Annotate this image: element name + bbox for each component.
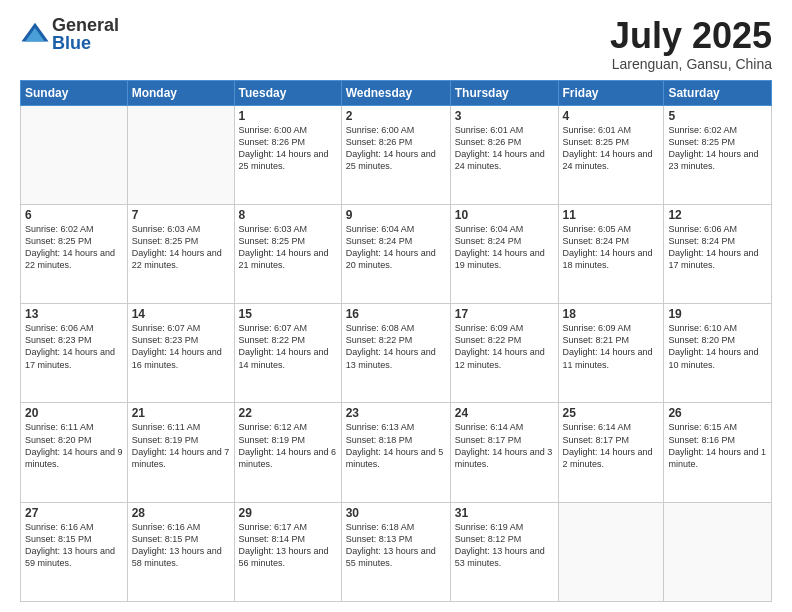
day-number: 14	[132, 307, 230, 321]
day-number: 11	[563, 208, 660, 222]
day-number: 16	[346, 307, 446, 321]
calendar-table: Sunday Monday Tuesday Wednesday Thursday…	[20, 80, 772, 602]
day-info: Sunrise: 6:09 AM Sunset: 8:21 PM Dayligh…	[563, 322, 660, 371]
cell-w3-d0: 20Sunrise: 6:11 AM Sunset: 8:20 PM Dayli…	[21, 403, 128, 502]
cell-w0-d3: 2Sunrise: 6:00 AM Sunset: 8:26 PM Daylig…	[341, 105, 450, 204]
week-row-1: 1Sunrise: 6:00 AM Sunset: 8:26 PM Daylig…	[21, 105, 772, 204]
day-number: 21	[132, 406, 230, 420]
cell-w4-d3: 30Sunrise: 6:18 AM Sunset: 8:13 PM Dayli…	[341, 502, 450, 601]
cell-w4-d0: 27Sunrise: 6:16 AM Sunset: 8:15 PM Dayli…	[21, 502, 128, 601]
day-number: 3	[455, 109, 554, 123]
day-info: Sunrise: 6:09 AM Sunset: 8:22 PM Dayligh…	[455, 322, 554, 371]
day-number: 8	[239, 208, 337, 222]
cell-w2-d1: 14Sunrise: 6:07 AM Sunset: 8:23 PM Dayli…	[127, 304, 234, 403]
day-number: 17	[455, 307, 554, 321]
cell-w0-d2: 1Sunrise: 6:00 AM Sunset: 8:26 PM Daylig…	[234, 105, 341, 204]
day-number: 9	[346, 208, 446, 222]
cell-w3-d2: 22Sunrise: 6:12 AM Sunset: 8:19 PM Dayli…	[234, 403, 341, 502]
day-info: Sunrise: 6:15 AM Sunset: 8:16 PM Dayligh…	[668, 421, 767, 470]
logo-text: General Blue	[52, 16, 119, 52]
day-number: 12	[668, 208, 767, 222]
header: General Blue July 2025 Larenguan, Gansu,…	[20, 16, 772, 72]
day-number: 29	[239, 506, 337, 520]
day-number: 18	[563, 307, 660, 321]
col-thursday: Thursday	[450, 80, 558, 105]
day-number: 5	[668, 109, 767, 123]
day-info: Sunrise: 6:02 AM Sunset: 8:25 PM Dayligh…	[668, 124, 767, 173]
cell-w2-d3: 16Sunrise: 6:08 AM Sunset: 8:22 PM Dayli…	[341, 304, 450, 403]
day-number: 22	[239, 406, 337, 420]
day-number: 28	[132, 506, 230, 520]
cell-w3-d6: 26Sunrise: 6:15 AM Sunset: 8:16 PM Dayli…	[664, 403, 772, 502]
week-row-4: 20Sunrise: 6:11 AM Sunset: 8:20 PM Dayli…	[21, 403, 772, 502]
day-info: Sunrise: 6:19 AM Sunset: 8:12 PM Dayligh…	[455, 521, 554, 570]
day-number: 19	[668, 307, 767, 321]
cell-w3-d4: 24Sunrise: 6:14 AM Sunset: 8:17 PM Dayli…	[450, 403, 558, 502]
day-info: Sunrise: 6:18 AM Sunset: 8:13 PM Dayligh…	[346, 521, 446, 570]
day-info: Sunrise: 6:01 AM Sunset: 8:25 PM Dayligh…	[563, 124, 660, 173]
logo-blue: Blue	[52, 34, 119, 52]
day-number: 25	[563, 406, 660, 420]
day-number: 27	[25, 506, 123, 520]
cell-w1-d4: 10Sunrise: 6:04 AM Sunset: 8:24 PM Dayli…	[450, 204, 558, 303]
day-info: Sunrise: 6:00 AM Sunset: 8:26 PM Dayligh…	[239, 124, 337, 173]
cell-w0-d1	[127, 105, 234, 204]
col-sunday: Sunday	[21, 80, 128, 105]
day-info: Sunrise: 6:05 AM Sunset: 8:24 PM Dayligh…	[563, 223, 660, 272]
day-info: Sunrise: 6:04 AM Sunset: 8:24 PM Dayligh…	[346, 223, 446, 272]
day-info: Sunrise: 6:06 AM Sunset: 8:23 PM Dayligh…	[25, 322, 123, 371]
day-number: 10	[455, 208, 554, 222]
cell-w4-d2: 29Sunrise: 6:17 AM Sunset: 8:14 PM Dayli…	[234, 502, 341, 601]
day-number: 2	[346, 109, 446, 123]
col-tuesday: Tuesday	[234, 80, 341, 105]
calendar-body: 1Sunrise: 6:00 AM Sunset: 8:26 PM Daylig…	[21, 105, 772, 601]
day-info: Sunrise: 6:08 AM Sunset: 8:22 PM Dayligh…	[346, 322, 446, 371]
day-info: Sunrise: 6:11 AM Sunset: 8:20 PM Dayligh…	[25, 421, 123, 470]
cell-w2-d5: 18Sunrise: 6:09 AM Sunset: 8:21 PM Dayli…	[558, 304, 664, 403]
cell-w1-d2: 8Sunrise: 6:03 AM Sunset: 8:25 PM Daylig…	[234, 204, 341, 303]
day-info: Sunrise: 6:03 AM Sunset: 8:25 PM Dayligh…	[132, 223, 230, 272]
day-number: 31	[455, 506, 554, 520]
title-block: July 2025 Larenguan, Gansu, China	[610, 16, 772, 72]
cell-w0-d5: 4Sunrise: 6:01 AM Sunset: 8:25 PM Daylig…	[558, 105, 664, 204]
day-info: Sunrise: 6:04 AM Sunset: 8:24 PM Dayligh…	[455, 223, 554, 272]
calendar-header: Sunday Monday Tuesday Wednesday Thursday…	[21, 80, 772, 105]
day-number: 1	[239, 109, 337, 123]
cell-w1-d6: 12Sunrise: 6:06 AM Sunset: 8:24 PM Dayli…	[664, 204, 772, 303]
day-number: 15	[239, 307, 337, 321]
day-info: Sunrise: 6:10 AM Sunset: 8:20 PM Dayligh…	[668, 322, 767, 371]
cell-w3-d1: 21Sunrise: 6:11 AM Sunset: 8:19 PM Dayli…	[127, 403, 234, 502]
day-info: Sunrise: 6:14 AM Sunset: 8:17 PM Dayligh…	[455, 421, 554, 470]
cell-w4-d4: 31Sunrise: 6:19 AM Sunset: 8:12 PM Dayli…	[450, 502, 558, 601]
day-number: 23	[346, 406, 446, 420]
col-friday: Friday	[558, 80, 664, 105]
cell-w3-d5: 25Sunrise: 6:14 AM Sunset: 8:17 PM Dayli…	[558, 403, 664, 502]
cell-w1-d0: 6Sunrise: 6:02 AM Sunset: 8:25 PM Daylig…	[21, 204, 128, 303]
day-info: Sunrise: 6:12 AM Sunset: 8:19 PM Dayligh…	[239, 421, 337, 470]
day-number: 6	[25, 208, 123, 222]
cell-w1-d3: 9Sunrise: 6:04 AM Sunset: 8:24 PM Daylig…	[341, 204, 450, 303]
cell-w1-d5: 11Sunrise: 6:05 AM Sunset: 8:24 PM Dayli…	[558, 204, 664, 303]
day-number: 7	[132, 208, 230, 222]
logo-icon	[20, 19, 50, 49]
page: General Blue July 2025 Larenguan, Gansu,…	[0, 0, 792, 612]
week-row-5: 27Sunrise: 6:16 AM Sunset: 8:15 PM Dayli…	[21, 502, 772, 601]
cell-w0-d6: 5Sunrise: 6:02 AM Sunset: 8:25 PM Daylig…	[664, 105, 772, 204]
day-info: Sunrise: 6:02 AM Sunset: 8:25 PM Dayligh…	[25, 223, 123, 272]
month-title: July 2025	[610, 16, 772, 56]
col-saturday: Saturday	[664, 80, 772, 105]
cell-w4-d1: 28Sunrise: 6:16 AM Sunset: 8:15 PM Dayli…	[127, 502, 234, 601]
day-info: Sunrise: 6:03 AM Sunset: 8:25 PM Dayligh…	[239, 223, 337, 272]
cell-w4-d5	[558, 502, 664, 601]
cell-w3-d3: 23Sunrise: 6:13 AM Sunset: 8:18 PM Dayli…	[341, 403, 450, 502]
day-info: Sunrise: 6:07 AM Sunset: 8:22 PM Dayligh…	[239, 322, 337, 371]
day-info: Sunrise: 6:16 AM Sunset: 8:15 PM Dayligh…	[132, 521, 230, 570]
day-info: Sunrise: 6:11 AM Sunset: 8:19 PM Dayligh…	[132, 421, 230, 470]
cell-w0-d4: 3Sunrise: 6:01 AM Sunset: 8:26 PM Daylig…	[450, 105, 558, 204]
header-row: Sunday Monday Tuesday Wednesday Thursday…	[21, 80, 772, 105]
day-number: 24	[455, 406, 554, 420]
cell-w1-d1: 7Sunrise: 6:03 AM Sunset: 8:25 PM Daylig…	[127, 204, 234, 303]
day-info: Sunrise: 6:13 AM Sunset: 8:18 PM Dayligh…	[346, 421, 446, 470]
logo: General Blue	[20, 16, 119, 52]
day-info: Sunrise: 6:00 AM Sunset: 8:26 PM Dayligh…	[346, 124, 446, 173]
